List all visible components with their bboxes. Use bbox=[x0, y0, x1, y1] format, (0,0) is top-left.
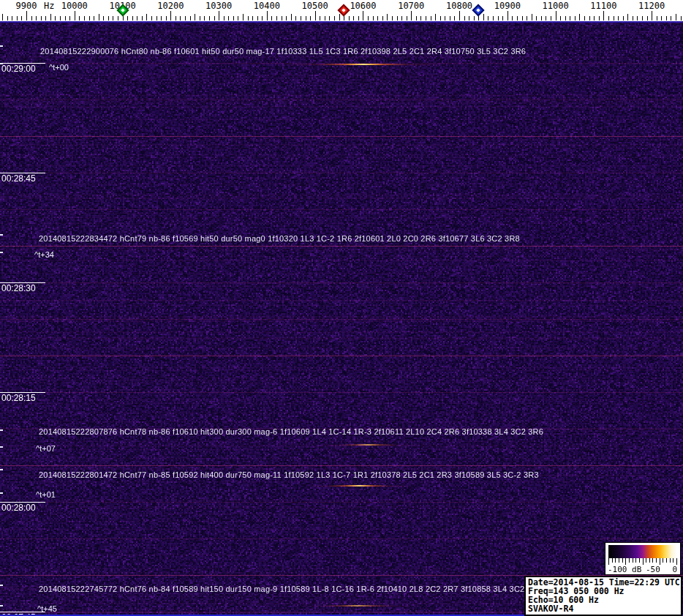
ruler-tick bbox=[146, 14, 147, 20]
ruler-tick bbox=[420, 16, 421, 20]
ruler-tick bbox=[401, 16, 402, 20]
ruler-tick bbox=[156, 16, 157, 20]
ruler-label: 10900 bbox=[494, 1, 521, 11]
color-scale-tick bbox=[670, 558, 671, 563]
ruler-tick bbox=[493, 16, 494, 20]
color-scale-tick bbox=[608, 558, 609, 565]
color-scale-min-label: -100 dB bbox=[608, 565, 641, 574]
color-scale-tick bbox=[643, 558, 644, 565]
ruler-tick bbox=[445, 16, 445, 20]
ruler-tick bbox=[411, 11, 412, 20]
time-label: 00:28:45 bbox=[1, 173, 36, 184]
ruler-tick bbox=[325, 16, 325, 20]
color-scale-tick bbox=[660, 558, 660, 565]
ruler-tick bbox=[214, 16, 215, 20]
ruler-tick bbox=[478, 16, 479, 20]
ruler-tick bbox=[94, 16, 94, 20]
color-scale-tick bbox=[663, 558, 663, 563]
ruler-tick bbox=[89, 16, 90, 20]
ruler-tick bbox=[69, 16, 70, 20]
ruler-tick bbox=[2, 14, 3, 20]
ruler-tick bbox=[657, 16, 657, 20]
ruler-tick bbox=[464, 16, 465, 20]
ruler-tick bbox=[113, 16, 113, 20]
ruler-tick bbox=[614, 16, 614, 20]
ruler-tick bbox=[118, 16, 118, 20]
ruler-tick bbox=[377, 16, 378, 20]
color-scale-legend: -100 dB -50 0 bbox=[605, 542, 681, 575]
ruler-tick bbox=[633, 16, 633, 20]
ruler-tick bbox=[416, 16, 417, 20]
ruler-tick bbox=[546, 16, 546, 20]
color-scale-tick bbox=[649, 558, 650, 563]
ruler-tick bbox=[450, 16, 450, 20]
ruler-label: 10700 bbox=[398, 1, 424, 11]
color-scale-tick bbox=[646, 558, 646, 563]
ruler-tick bbox=[233, 16, 234, 20]
ruler-label: 10600 bbox=[350, 1, 376, 11]
ruler-tick bbox=[512, 16, 513, 20]
ruler-label: 10400 bbox=[254, 1, 280, 11]
ruler-tick bbox=[584, 16, 585, 20]
ruler-tick bbox=[459, 11, 460, 20]
detection-annotation: 20140815222745772 hCnt76 nb-84 f10589 hi… bbox=[39, 585, 542, 593]
ruler-tick bbox=[498, 16, 499, 20]
color-scale-tick bbox=[652, 558, 653, 563]
ruler-tick bbox=[454, 16, 455, 20]
time-label: 00:28:15 bbox=[1, 393, 36, 403]
detection-annotation: 20140815222807876 hCnt78 nb-86 f10610 hi… bbox=[39, 427, 543, 436]
ruler-tick bbox=[570, 16, 570, 20]
ruler-tick bbox=[397, 16, 398, 20]
ruler-tick bbox=[560, 16, 561, 20]
ruler-tick bbox=[608, 16, 609, 20]
ruler-tick bbox=[502, 16, 503, 20]
color-scale-tick bbox=[666, 558, 667, 563]
ruler-tick bbox=[108, 16, 109, 20]
ruler-tick bbox=[358, 16, 359, 20]
ruler-tick bbox=[12, 16, 12, 20]
ruler-label: 11100 bbox=[590, 1, 616, 11]
ruler-tick bbox=[363, 11, 363, 20]
ruler-tick bbox=[536, 16, 537, 20]
ruler-tick bbox=[334, 16, 335, 20]
ruler-tick bbox=[426, 16, 426, 20]
ruler-tick bbox=[522, 16, 523, 20]
color-scale-tick bbox=[676, 558, 677, 565]
ruler-tick bbox=[551, 16, 551, 20]
color-scale-tick bbox=[619, 558, 619, 563]
ruler-tick bbox=[541, 16, 542, 20]
color-scale-tick bbox=[612, 558, 613, 563]
ruler-label: 9900 bbox=[16, 1, 37, 11]
ruler-tick bbox=[618, 16, 619, 20]
color-scale-tick bbox=[635, 558, 636, 563]
ruler-tick bbox=[440, 16, 441, 20]
color-scale-tick bbox=[629, 558, 630, 563]
ruler-tick bbox=[99, 14, 99, 20]
ruler-tick bbox=[209, 16, 210, 20]
ruler-tick bbox=[301, 16, 301, 20]
ruler-tick bbox=[671, 16, 671, 20]
ruler-tick bbox=[556, 11, 556, 20]
ruler-tick bbox=[310, 16, 311, 20]
ruler-tick bbox=[50, 14, 51, 20]
ruler-tick bbox=[603, 11, 604, 20]
ruler-tick bbox=[276, 16, 277, 20]
detection-annotation: 20140815222900076 hCnt80 nb-86 f10601 hi… bbox=[40, 47, 526, 56]
ruler-tick bbox=[252, 16, 253, 20]
ruler-tick bbox=[45, 16, 46, 20]
time-offset-marker: ^t+34 bbox=[34, 250, 54, 259]
ruler-tick bbox=[517, 16, 518, 20]
color-scale-tick bbox=[673, 558, 673, 563]
info-station-id: SVAKOV-R4 bbox=[528, 604, 679, 613]
color-scale-tick bbox=[633, 558, 633, 563]
ruler-tick bbox=[75, 11, 75, 20]
ruler-tick bbox=[407, 16, 407, 20]
ruler-tick bbox=[306, 16, 306, 20]
ruler-tick bbox=[243, 14, 244, 20]
frequency-ruler: Hz 9900100001010010200103001040010500106… bbox=[0, 0, 683, 21]
ruler-tick bbox=[103, 16, 104, 20]
ruler-tick bbox=[200, 16, 200, 20]
ruler-tick bbox=[282, 16, 282, 20]
ruler-tick bbox=[36, 16, 37, 20]
ruler-tick bbox=[238, 16, 238, 20]
